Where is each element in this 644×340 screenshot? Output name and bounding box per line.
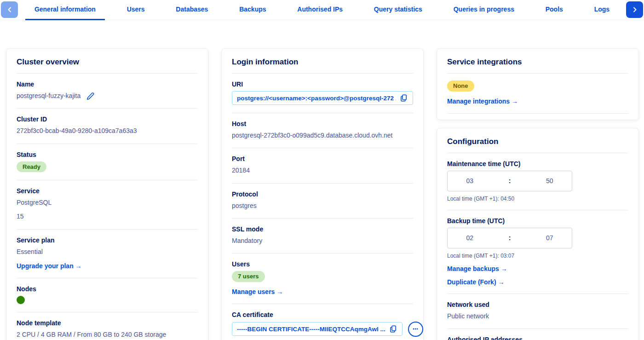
field-integrations: None Manage integrations →	[447, 74, 628, 114]
service-plan-value: Essential	[17, 247, 198, 256]
tab-general-information[interactable]: General information	[25, 0, 105, 20]
page: General information Users Databases Back…	[0, 0, 644, 340]
manage-backups-link[interactable]: Manage backups →	[447, 265, 628, 272]
port-label: Port	[232, 155, 413, 162]
field-backup-time: Backup time (UTC) 02 : 07 Local time (GM…	[447, 210, 628, 294]
protocol-label: Protocol	[232, 190, 413, 198]
field-maintenance-time: Maintenance time (UTC) 03 : 50 Local tim…	[447, 153, 628, 210]
tabs-scroll-right-button[interactable]	[626, 1, 643, 18]
field-service: Service PostgreSQL 15	[17, 180, 198, 230]
column-left: Cluster overview Name postgresql-fuzzy-k…	[6, 48, 208, 340]
network-used-label: Network used	[447, 301, 628, 308]
ca-certificate-box: -----BEGIN CERTIFICATE-----MIIEQTCCAqmgA…	[232, 322, 402, 336]
tab-queries-in-progress[interactable]: Queries in progress	[444, 0, 523, 20]
card-title-configuration: Configuration	[447, 128, 628, 153]
service-version-value: 15	[17, 212, 198, 221]
field-host: Host postgresql-272bf3c0-o099ad5c9.datab…	[232, 113, 413, 148]
uri-label: URI	[232, 81, 413, 88]
field-protocol: Protocol postgres	[232, 184, 413, 219]
protocol-value: postgres	[232, 201, 413, 210]
field-users: Users 7 users Manage users →	[232, 254, 413, 304]
field-cluster-id: Cluster ID 272bf3c0-bcab-49a0-9280-a109c…	[17, 109, 198, 144]
maintenance-hour-field[interactable]: 03	[464, 177, 475, 184]
name-label: Name	[17, 81, 198, 88]
edit-name-button[interactable]	[86, 92, 95, 100]
upgrade-plan-link[interactable]: Upgrade your plan →	[17, 262, 82, 270]
tab-list: General information Users Databases Back…	[19, 0, 625, 20]
integrations-none-badge: None	[447, 81, 474, 92]
backup-time-label: Backup time (UTC)	[447, 217, 628, 225]
copy-ca-certificate-button[interactable]	[389, 325, 397, 333]
main-content: Cluster overview Name postgresql-fuzzy-k…	[0, 20, 644, 340]
service-engine-value: PostgreSQL	[17, 198, 198, 207]
tab-backups[interactable]: Backups	[230, 0, 275, 20]
tab-bar: General information Users Databases Back…	[0, 0, 644, 20]
field-status: Status Ready	[17, 144, 198, 181]
status-badge: Ready	[17, 161, 46, 173]
authorised-ips-label: Authorised IP addresses	[447, 336, 628, 340]
ellipsis-icon	[412, 325, 419, 333]
card-title-cluster-overview: Cluster overview	[17, 49, 198, 74]
backup-time-input[interactable]: 02 : 07	[447, 228, 572, 248]
users-label: Users	[232, 260, 413, 268]
copy-uri-button[interactable]	[400, 94, 408, 102]
node-template-label: Node template	[17, 319, 198, 327]
backup-local-time-note: Local time (GMT +1): 03:07	[447, 253, 628, 259]
login-information-card: Login information URI postgres://<userna…	[221, 48, 424, 340]
pencil-icon	[86, 92, 95, 100]
ssl-mode-value: Mandatory	[232, 236, 413, 245]
service-integrations-card: Service integrations None Manage integra…	[437, 48, 639, 120]
field-network-used: Network used Public network	[447, 294, 628, 329]
tab-logs[interactable]: Logs	[585, 0, 619, 20]
tab-query-statistics[interactable]: Query statistics	[365, 0, 431, 20]
copy-icon	[389, 325, 397, 333]
node-template-value: 2 CPU / 4 GB RAM / From 80 GB to 240 GB …	[17, 330, 198, 339]
backup-minute-field[interactable]: 07	[544, 234, 555, 242]
copy-icon	[400, 94, 408, 102]
uri-value: postgres://<username>:<password>@postgre…	[237, 95, 396, 102]
tabs-scroll-left-button[interactable]	[1, 1, 18, 18]
tab-pools[interactable]: Pools	[536, 0, 572, 20]
field-service-plan: Service plan Essential Upgrade your plan…	[17, 230, 198, 278]
maintenance-time-label: Maintenance time (UTC)	[447, 160, 628, 167]
time-separator: :	[509, 177, 511, 184]
node-status-dot-icon	[17, 296, 25, 304]
field-nodes: Nodes	[17, 278, 198, 312]
tab-databases[interactable]: Databases	[167, 0, 217, 20]
network-used-value: Public network	[447, 311, 628, 321]
field-name: Name postgresql-fuzzy-kajita	[17, 74, 198, 109]
backup-hour-field[interactable]: 02	[464, 234, 475, 242]
maintenance-time-input[interactable]: 03 : 50	[447, 171, 572, 191]
manage-integrations-link[interactable]: Manage integrations →	[447, 98, 518, 105]
ca-certificate-value: -----BEGIN CERTIFICATE-----MIIEQTCCAqmgA…	[237, 326, 385, 333]
users-count-badge: 7 users	[232, 271, 265, 282]
time-separator: :	[509, 234, 511, 242]
configuration-card: Configuration Maintenance time (UTC) 03 …	[437, 128, 639, 340]
chevron-left-icon	[7, 7, 12, 12]
host-label: Host	[232, 120, 413, 127]
uri-box: postgres://<username>:<password>@postgre…	[232, 91, 413, 105]
field-port: Port 20184	[232, 148, 413, 183]
field-uri: URI postgres://<username>:<password>@pos…	[232, 74, 413, 113]
column-middle: Login information URI postgres://<userna…	[221, 48, 424, 340]
manage-users-link[interactable]: Manage users →	[232, 288, 283, 295]
tab-users[interactable]: Users	[118, 0, 154, 20]
column-right: Service integrations None Manage integra…	[437, 48, 639, 340]
field-ca-certificate: CA certificate -----BEGIN CERTIFICATE---…	[232, 304, 413, 340]
chevron-right-icon	[632, 7, 638, 12]
field-authorised-ips: Authorised IP addresses	[447, 329, 628, 340]
nodes-label: Nodes	[17, 285, 198, 293]
maintenance-local-time-note: Local time (GMT +1): 04:50	[447, 196, 628, 202]
maintenance-minute-field[interactable]: 50	[544, 177, 555, 184]
field-node-template: Node template 2 CPU / 4 GB RAM / From 80…	[17, 312, 198, 340]
ssl-mode-label: SSL mode	[232, 225, 413, 233]
tab-authorised-ips[interactable]: Authorised IPs	[288, 0, 352, 20]
card-title-login-information: Login information	[232, 49, 413, 74]
name-value: postgresql-fuzzy-kajita	[17, 91, 80, 100]
duplicate-fork-link[interactable]: Duplicate (Fork) →	[447, 278, 628, 286]
field-ssl-mode: SSL mode Mandatory	[232, 219, 413, 254]
port-value: 20184	[232, 166, 413, 175]
service-label: Service	[17, 187, 198, 195]
host-value: postgresql-272bf3c0-o099ad5c9.database.c…	[232, 131, 413, 140]
ca-certificate-more-actions-button[interactable]	[408, 322, 423, 337]
